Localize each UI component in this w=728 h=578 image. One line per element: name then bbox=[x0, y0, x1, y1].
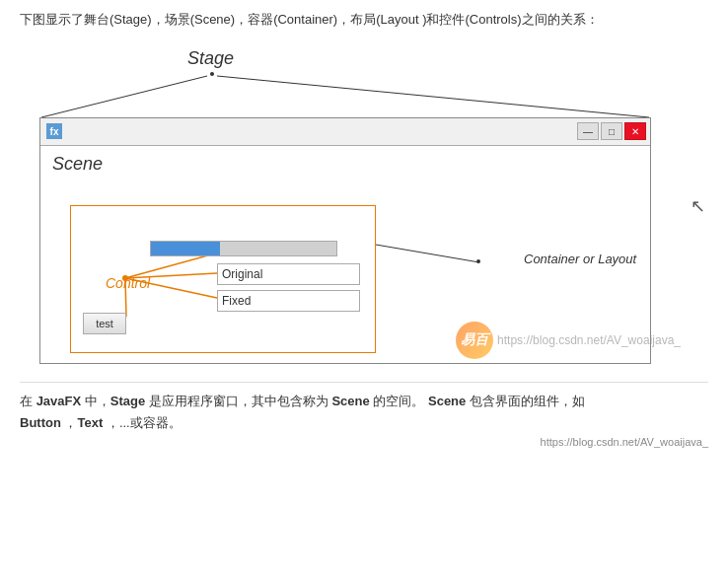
footer-comma1: ， bbox=[61, 415, 78, 430]
svg-point-2 bbox=[210, 72, 214, 76]
text-field-fixed[interactable]: Fixed bbox=[217, 290, 360, 312]
footer-url: https://blog.csdn.net/AV_woaijava_ bbox=[20, 436, 708, 448]
watermark-url: https://blog.csdn.net/AV_woaijava_ bbox=[497, 333, 681, 347]
footer-scene: Scene bbox=[331, 394, 369, 408]
footer-comma2: ，...或容器。 bbox=[103, 415, 181, 430]
svg-line-8 bbox=[376, 245, 479, 262]
svg-line-1 bbox=[217, 76, 649, 117]
diagram-area: Stage fx — □ ✕ Scene bbox=[20, 38, 710, 374]
footer-scene2: Scene bbox=[428, 394, 466, 408]
progress-bar-fill bbox=[151, 242, 220, 255]
footer-mid3: 的空间。 bbox=[370, 394, 428, 408]
svg-point-9 bbox=[476, 259, 480, 263]
close-button[interactable]: ✕ bbox=[624, 122, 646, 140]
footer-text: Text bbox=[78, 415, 104, 430]
titlebar-icon-area: fx bbox=[46, 123, 62, 139]
footer-pre: 在 bbox=[20, 394, 36, 408]
test-button[interactable]: test bbox=[83, 313, 126, 334]
page-container: 下图显示了舞台(Stage)，场景(Scene)，容器(Container)，布… bbox=[0, 0, 728, 458]
window-titlebar: fx — □ ✕ bbox=[40, 118, 650, 146]
text-field-original[interactable]: Original bbox=[217, 263, 360, 285]
footer-stage: Stage bbox=[110, 394, 145, 408]
minimize-button[interactable]: — bbox=[577, 122, 599, 140]
footer-button: Button bbox=[20, 415, 61, 430]
app-icon: fx bbox=[50, 126, 59, 137]
text-field-fixed-value: Fixed bbox=[222, 294, 251, 308]
footer-mid1: 中， bbox=[81, 394, 110, 408]
stage-label: Stage bbox=[187, 48, 234, 69]
watermark-logo-text: 易百 bbox=[461, 331, 488, 349]
watermark-logo: 易百 bbox=[456, 322, 493, 359]
container-label: Container or Layout bbox=[524, 250, 636, 269]
text-field-original-value: Original bbox=[222, 267, 262, 281]
footer-javafx: JavaFX bbox=[36, 394, 82, 408]
watermark: 易百 https://blog.csdn.net/AV_woaijava_ bbox=[456, 322, 681, 359]
titlebar-buttons: — □ ✕ bbox=[577, 122, 646, 140]
bottom-text: 在 JavaFX 中，Stage 是应用程序窗口，其中包含称为 Scene 的空… bbox=[20, 382, 708, 434]
footer-mid4: 包含界面的组件，如 bbox=[466, 394, 585, 408]
scene-label: Scene bbox=[52, 154, 103, 175]
progress-bar bbox=[150, 241, 337, 256]
svg-line-0 bbox=[41, 76, 207, 117]
cursor-icon: ↖ bbox=[691, 195, 705, 217]
footer-mid2: 是应用程序窗口，其中包含称为 bbox=[145, 394, 331, 408]
inner-container: Control Original Fixed test bbox=[70, 205, 376, 353]
intro-text: 下图显示了舞台(Stage)，场景(Scene)，容器(Container)，布… bbox=[20, 10, 708, 31]
maximize-button[interactable]: □ bbox=[601, 122, 622, 140]
control-label: Control bbox=[106, 275, 150, 291]
